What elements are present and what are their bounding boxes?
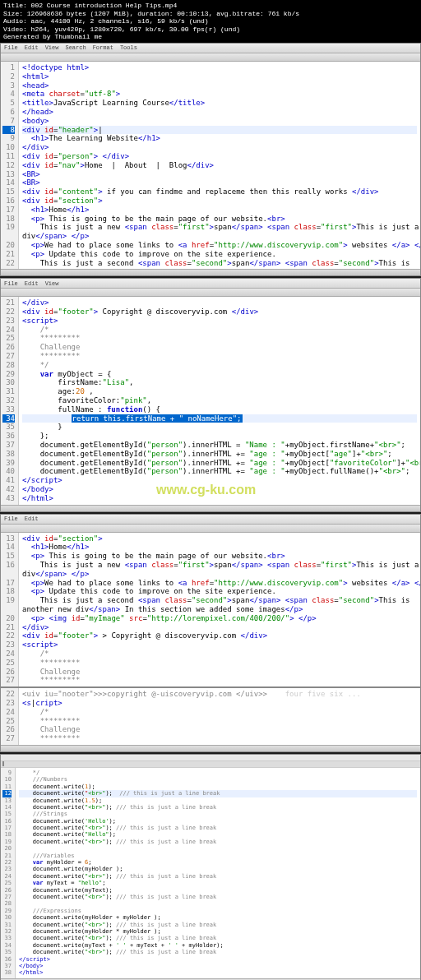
video-audio: Audio: aac, 44100 Hz, 2 channels, s16, 5… <box>3 17 418 25</box>
editor-toolbar-icons[interactable] <box>1 525 420 533</box>
video-size: Size: 126968636 bytes (1207 MiB), durati… <box>3 10 418 18</box>
code-content[interactable]: <uiv iu="nooter">>>copyright @-uiscovery… <box>19 688 420 745</box>
menu-edit[interactable]: Edit <box>25 44 39 51</box>
line-gutter: 222324252627 <box>1 688 19 745</box>
editor-pane-4: 9101112131415161718192021222324252627282… <box>0 754 421 980</box>
editor-toolbar-small[interactable] <box>1 761 420 768</box>
editor-toolbar-icons[interactable] <box>1 289 420 297</box>
line-gutter: 9101112131415161718192021222324252627282… <box>1 768 16 978</box>
editor-toolbar-icons[interactable] <box>1 53 420 62</box>
code-content[interactable]: */ ///Numbers document.write(1); documen… <box>16 768 420 978</box>
video-video: Video: h264, yuv420p, 1280x720, 697 kb/s… <box>3 25 418 34</box>
editor-menubar-small[interactable] <box>1 755 420 761</box>
line-gutter: 2122232425262728293031323334353637383940… <box>1 297 19 504</box>
menu-file[interactable]: File <box>4 44 18 51</box>
menu-file[interactable]: File <box>4 515 18 522</box>
code-editor-3[interactable]: 131415161718192021222324252627 <div id="… <box>1 533 420 687</box>
menu-edit[interactable]: Edit <box>25 280 39 287</box>
menu-view[interactable]: View <box>45 44 59 51</box>
editor-statusbar <box>1 745 420 751</box>
editor-statusbar <box>1 269 420 275</box>
menu-search[interactable]: Search <box>65 44 86 51</box>
editor-statusbar <box>1 505 420 511</box>
code-editor-2[interactable]: 2122232425262728293031323334353637383940… <box>1 297 420 504</box>
menu-file[interactable]: File <box>4 280 18 287</box>
line-gutter: 12345678910111213141516171819202122 <box>1 62 19 269</box>
editor-menubar[interactable]: File Edit View Search Format Tools <box>1 44 420 53</box>
editor-pane-1: File Edit View Search Format Tools 12345… <box>0 43 421 276</box>
menu-tools[interactable]: Tools <box>120 44 137 51</box>
code-content[interactable]: </div><div id="footer"> Copyright @ disc… <box>19 297 420 504</box>
editor-pane-3: File Edit 131415161718192021222324252627… <box>0 514 421 688</box>
menu-format[interactable]: Format <box>93 44 113 51</box>
menu-view[interactable]: View <box>45 280 59 287</box>
editor-menubar[interactable]: File Edit <box>1 515 420 525</box>
video-metadata-header: Title: 002 Course introduction Help Tips… <box>0 0 421 43</box>
video-generator: Generated by Thumbnail me <box>3 33 418 41</box>
code-editor-4[interactable]: 9101112131415161718192021222324252627282… <box>1 768 420 978</box>
menu-edit[interactable]: Edit <box>25 515 39 522</box>
code-editor-3b[interactable]: 222324252627 <uiv iu="nooter">>>copyrigh… <box>1 688 420 745</box>
line-gutter: 131415161718192021222324252627 <box>1 533 19 687</box>
editor-menubar[interactable]: File Edit View <box>1 279 420 289</box>
editor-pane-3b: 222324252627 <uiv iu="nooter">>>copyrigh… <box>0 687 421 752</box>
code-content[interactable]: <div id="section"> <h1>Home</h1> <p> Thi… <box>19 533 420 687</box>
editor-pane-2: File Edit View 2122232425262728293031323… <box>0 278 421 511</box>
code-editor-1[interactable]: 12345678910111213141516171819202122 <!do… <box>1 62 420 269</box>
video-title: Title: 002 Course introduction Help Tips… <box>3 2 418 10</box>
code-content[interactable]: <!doctype html><html><head><meta charset… <box>19 62 420 269</box>
